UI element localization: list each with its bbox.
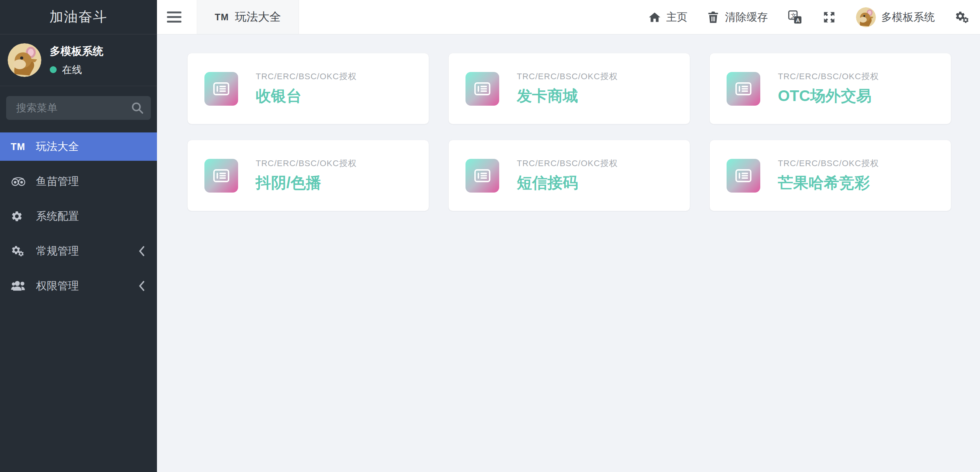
top-navbar: TM 玩法大全 主页 清除缓存 文 [157,0,980,34]
trash-icon [707,11,720,23]
navbar-user-name: 多模板系统 [881,10,935,24]
language-icon[interactable]: 文 A [788,10,802,24]
card-subtitle: TRC/ERC/BSC/OKC授权 [778,158,879,169]
main-content: TRC/ERC/BSC/OKC授权 收银台 TRC/ERC/BSC/OKC授权 … [157,34,980,472]
online-dot-icon [50,66,57,73]
owl-icon [11,176,36,187]
card-subtitle: TRC/ERC/BSC/OKC授权 [517,158,618,169]
tm-icon: TM [215,12,229,23]
card-title: OTC场外交易 [778,85,879,106]
tab-label: 玩法大全 [235,9,281,25]
sidebar-item-wanfa-daquan[interactable]: TM 玩法大全 [0,132,157,161]
users-icon [11,279,36,292]
card-title: 发卡商城 [517,85,618,106]
card-title: 芒果哈希竞彩 [778,172,879,193]
cogs-icon [11,245,36,257]
chevron-left-icon [138,280,145,292]
newspaper-icon [727,72,760,106]
card-duanxin-jiema[interactable]: TRC/ERC/BSC/OKC授权 短信接码 [449,140,690,211]
newspaper-icon [466,159,499,193]
card-subtitle: TRC/ERC/BSC/OKC授权 [517,71,618,82]
user-panel: 多模板系统 在线 [0,34,157,86]
sidebar-item-yumiao-guanli[interactable]: 鱼苗管理 [0,167,157,196]
clear-cache-label: 清除缓存 [725,10,768,24]
card-title: 抖阴/色播 [256,172,357,193]
home-link[interactable]: 主页 [648,10,688,24]
sidebar-item-xitong-peizhi[interactable]: 系统配置 [0,202,157,230]
user-name[interactable]: 多模板系统 [50,44,103,59]
card-title: 收银台 [256,85,357,106]
user-status: 在线 [50,63,103,77]
card-title: 短信接码 [517,172,618,193]
card-grid: TRC/ERC/BSC/OKC授权 收银台 TRC/ERC/BSC/OKC授权 … [188,53,951,211]
sidebar: 加油奋斗 多模板系统 在线 TM 玩法大全 [0,0,157,472]
navbar-avatar [856,7,876,27]
card-otc[interactable]: TRC/ERC/BSC/OKC授权 OTC场外交易 [710,53,951,124]
tab-wanfa-daquan[interactable]: TM 玩法大全 [197,0,299,34]
clear-cache-button[interactable]: 清除缓存 [707,10,768,24]
home-label: 主页 [666,10,688,24]
sidebar-item-quanxian-guanli[interactable]: 权限管理 [0,272,157,300]
card-subtitle: TRC/ERC/BSC/OKC授权 [778,71,879,82]
card-faka-shangcheng[interactable]: TRC/ERC/BSC/OKC授权 发卡商城 [449,53,690,124]
home-icon [648,11,661,23]
cogs-icon[interactable] [955,10,970,24]
user-avatar[interactable] [8,43,41,77]
sidebar-search [6,96,151,120]
card-mangguo-haxi[interactable]: TRC/ERC/BSC/OKC授权 芒果哈希竞彩 [710,140,951,211]
search-icon[interactable] [131,101,144,114]
sidebar-item-label: 常规管理 [36,244,79,258]
card-subtitle: TRC/ERC/BSC/OKC授权 [256,158,357,169]
sidebar-item-label: 系统配置 [36,209,79,224]
card-subtitle: TRC/ERC/BSC/OKC授权 [256,71,357,82]
card-douyin-sebo[interactable]: TRC/ERC/BSC/OKC授权 抖阴/色播 [188,140,429,211]
navbar-user[interactable]: 多模板系统 [856,7,935,27]
gear-icon [11,210,36,222]
hamburger-menu-icon[interactable] [167,9,181,25]
user-status-label: 在线 [62,63,82,77]
newspaper-icon [466,72,499,106]
search-input[interactable] [6,96,151,120]
tm-icon: TM [11,141,36,152]
newspaper-icon [204,72,238,106]
svg-text:A: A [796,17,800,23]
sidebar-item-label: 鱼苗管理 [36,174,79,189]
sidebar-item-changgui-guanli[interactable]: 常规管理 [0,237,157,265]
card-shouyintai[interactable]: TRC/ERC/BSC/OKC授权 收银台 [188,53,429,124]
brand-title[interactable]: 加油奋斗 [0,0,157,34]
newspaper-icon [204,159,238,193]
sidebar-item-label: 玩法大全 [36,139,79,154]
sidebar-menu: TM 玩法大全 鱼苗管理 系统配置 [0,132,157,300]
expand-icon[interactable] [822,10,836,24]
sidebar-item-label: 权限管理 [36,279,79,293]
chevron-left-icon [138,245,145,257]
newspaper-icon [727,159,760,193]
